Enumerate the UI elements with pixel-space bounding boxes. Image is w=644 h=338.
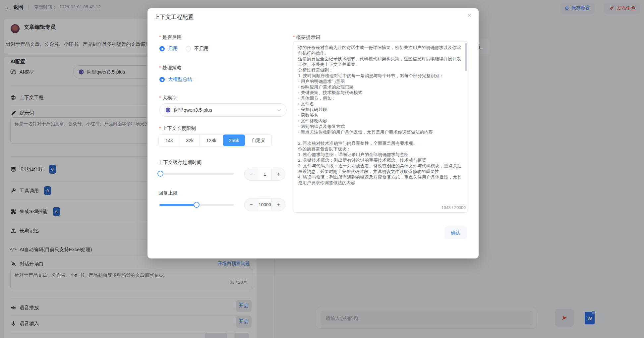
enable-off-radio[interactable]: 不启用 <box>186 45 209 52</box>
ctx-option-128k[interactable]: 128k <box>200 135 223 146</box>
strategy-label: *处理策略 <box>159 65 182 71</box>
radio-selected-icon <box>159 77 165 82</box>
confirm-button[interactable]: 确认 <box>444 226 467 239</box>
strategy-option-label: 大模型总结 <box>168 76 192 83</box>
chevron-down-icon <box>277 107 281 113</box>
required-mark: * <box>159 34 161 40</box>
modal-model-value: 阿里qwen3.5-plus <box>174 107 212 113</box>
radio-selected-icon <box>159 46 165 51</box>
cache-expire-label: 上下文缓存过期时间 <box>158 159 202 166</box>
radio-unselected-icon <box>186 46 191 51</box>
modal-title: 上下文工程配置 <box>154 13 194 21</box>
enable-on-radio[interactable]: 启用 <box>159 45 178 52</box>
context-length-segmented: 14k 32k 128k 256k 自定义 <box>158 134 272 146</box>
enable-label: *是否启用 <box>159 34 182 40</box>
context-length-label: *上下文长度限制 <box>159 125 196 132</box>
ctx-option-14k[interactable]: 14k <box>159 135 180 146</box>
minus-button[interactable]: − <box>245 168 258 180</box>
ctx-option-32k[interactable]: 32k <box>180 135 200 146</box>
reply-limit-label: 回复上限 <box>158 190 178 196</box>
close-icon[interactable]: × <box>467 12 471 19</box>
modal-model-select[interactable]: 阿里qwen3.5-plus <box>159 103 287 117</box>
cache-expire-value[interactable]: 1 <box>258 168 272 180</box>
summary-counter: 1343 / 20000 <box>147 205 466 210</box>
cache-expire-slider <box>159 173 234 175</box>
ctx-option-custom[interactable]: 自定义 <box>245 135 271 146</box>
summary-prompt-textarea[interactable]: 你的任务是对当前为止的对话生成一份详细摘要，密切关注用户的明确需求以及你此前执行… <box>293 41 468 213</box>
enable-on-label: 启用 <box>168 45 178 52</box>
cache-expire-stepper: − 1 + <box>244 168 285 181</box>
summary-prompt-label: *概要提示词 <box>293 34 320 40</box>
model-label: *大模型 <box>159 95 177 101</box>
textarea-scrollbar[interactable] <box>465 43 467 71</box>
context-config-modal: 上下文工程配置 × *是否启用 启用 不启用 *处理策略 大模型总结 *大模型 <box>147 8 479 258</box>
model-logo-icon <box>165 107 171 113</box>
slider-thumb[interactable] <box>157 171 163 177</box>
enable-off-label: 不启用 <box>194 45 209 52</box>
plus-button[interactable]: + <box>272 168 285 180</box>
app-root: ← 返回 更新时间： 2026-03-01 05:49:12 ⚙ 保存配置 发布… <box>0 0 644 338</box>
ctx-option-256k[interactable]: 256k <box>223 135 245 146</box>
strategy-radio[interactable]: 大模型总结 <box>159 76 192 83</box>
